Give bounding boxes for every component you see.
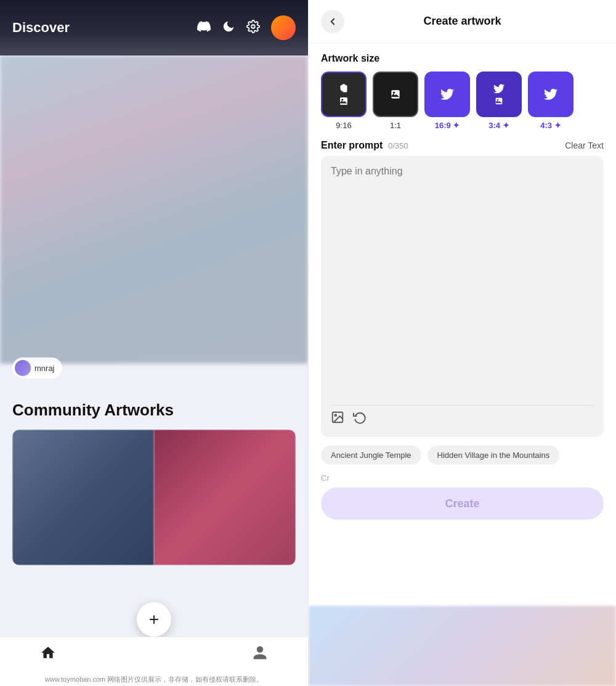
create-button[interactable]: Create — [321, 488, 604, 520]
grid-image-right — [154, 430, 296, 565]
gear-icon[interactable] — [246, 20, 260, 36]
user-badge[interactable]: mnraj — [12, 357, 62, 378]
size-label-4-3: 4:3 ✦ — [540, 121, 561, 130]
history-icon[interactable] — [353, 410, 367, 427]
right-panel: Create artwork Artwork size 9:16 1:1 — [308, 0, 616, 686]
prompt-textarea-container — [321, 156, 604, 437]
profile-icon[interactable] — [252, 645, 268, 664]
header-icons — [197, 15, 296, 40]
size-option-4-3[interactable]: 4:3 ✦ — [528, 71, 573, 130]
size-label-9-16: 9:16 — [336, 121, 351, 130]
svg-rect-3 — [391, 90, 399, 98]
left-header: Discover — [0, 0, 308, 55]
left-panel: Discover — [0, 0, 308, 686]
watermark: www.toymoban.com 网络图片仅供展示，非存储，如有侵权请联系删除。 — [0, 673, 308, 686]
discover-title: Discover — [12, 20, 197, 36]
prompt-count: 0/350 — [388, 141, 408, 150]
user-badge-name: mnraj — [34, 364, 55, 373]
svg-rect-5 — [496, 97, 503, 104]
user-badge-avatar — [15, 360, 31, 376]
home-icon[interactable] — [40, 645, 56, 664]
size-box-3-4 — [476, 71, 522, 117]
prompt-label-group: Enter prompt 0/350 — [321, 140, 408, 151]
community-grid — [12, 430, 296, 565]
prompt-textarea[interactable] — [331, 166, 594, 400]
size-option-3-4[interactable]: 3:4 ✦ — [476, 71, 522, 130]
right-title: Create artwork — [344, 15, 580, 28]
prompt-header: Enter prompt 0/350 Clear Text — [309, 130, 616, 156]
background-blur — [0, 55, 308, 364]
svg-rect-1 — [340, 97, 347, 105]
community-title: Community Artworks — [12, 401, 296, 420]
suggestion-chips: Ancient Jungle Temple Hidden Village in … — [309, 437, 616, 473]
size-options: 9:16 1:1 16:9 ✦ 3:4 ✦ — [309, 71, 616, 130]
prompt-label: Enter prompt — [321, 140, 383, 150]
add-button[interactable]: + — [137, 602, 171, 637]
clear-text-button[interactable]: Clear Text — [565, 141, 604, 150]
svg-point-8 — [334, 414, 336, 416]
create-label: Cr — [321, 473, 604, 483]
size-box-9-16 — [321, 71, 367, 117]
size-box-1-1 — [373, 71, 418, 117]
user-avatar[interactable] — [271, 15, 296, 40]
svg-point-6 — [497, 99, 499, 100]
size-label-1-1: 1:1 — [390, 121, 401, 130]
left-content: mnraj Community Artworks + — [0, 55, 308, 686]
prompt-divider — [331, 405, 594, 406]
size-option-16-9[interactable]: 16:9 ✦ — [424, 71, 470, 130]
right-header: Create artwork — [309, 0, 616, 43]
moon-icon[interactable] — [222, 20, 235, 36]
create-section: Cr Create — [309, 473, 616, 520]
size-box-16-9 — [424, 71, 470, 117]
size-label-16-9: 16:9 ✦ — [435, 121, 460, 130]
discord-icon[interactable] — [197, 20, 211, 36]
image-upload-icon[interactable] — [331, 410, 344, 427]
size-label-3-4: 3:4 ✦ — [488, 121, 509, 130]
back-button[interactable] — [321, 10, 344, 33]
svg-point-0 — [251, 25, 255, 28]
community-section: Community Artworks — [0, 401, 308, 565]
size-box-4-3 — [528, 71, 573, 117]
bottom-preview — [309, 606, 616, 686]
chip-ancient-jungle[interactable]: Ancient Jungle Temple — [321, 446, 421, 465]
chip-hidden-village[interactable]: Hidden Village in the Mountains — [428, 446, 560, 465]
grid-image-left — [12, 430, 154, 565]
prompt-toolbar — [331, 410, 594, 427]
svg-point-2 — [341, 99, 343, 100]
svg-point-4 — [393, 92, 395, 94]
size-option-1-1[interactable]: 1:1 — [373, 71, 418, 130]
artwork-size-label: Artwork size — [309, 43, 616, 71]
size-option-9-16[interactable]: 9:16 — [321, 71, 367, 130]
